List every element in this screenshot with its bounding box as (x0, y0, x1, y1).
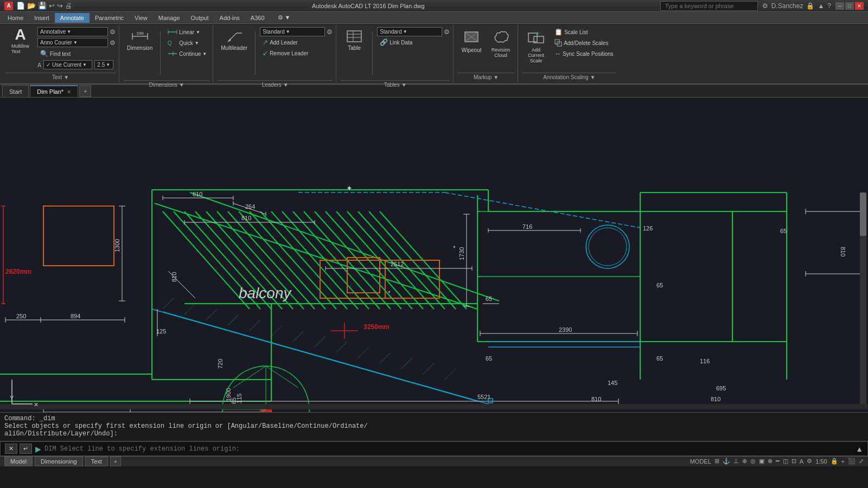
continue-label: Continue (179, 51, 201, 57)
open-icon[interactable]: 📂 (27, 2, 36, 10)
add-delete-scales-button[interactable]: Add/Delete Scales (552, 38, 616, 48)
dimensioning-tab[interactable]: Dimensioning (35, 457, 83, 466)
menu-parametric[interactable]: Parametric (90, 13, 129, 23)
menu-insert[interactable]: Insert (29, 13, 55, 23)
style-config-icon[interactable]: ⚙ (110, 28, 116, 36)
menu-manage[interactable]: Manage (153, 13, 186, 23)
plus-icon[interactable]: + (841, 458, 845, 465)
menu-home[interactable]: Home (2, 13, 29, 23)
multileader-label: Multileader (221, 45, 247, 51)
text-group-label[interactable]: Text ▼ (5, 73, 116, 81)
maximize-button[interactable]: □ (845, 2, 854, 10)
menu-a360[interactable]: A360 (245, 13, 270, 23)
command-expand-icon[interactable]: ▲ (856, 445, 863, 453)
transparency-icon[interactable]: ◫ (783, 458, 788, 465)
menu-options[interactable]: ⚙ ▼ (272, 12, 296, 23)
question-icon[interactable]: ? (827, 2, 831, 10)
redo-icon[interactable]: ↪ (57, 2, 63, 10)
table-button[interactable]: Table (341, 27, 368, 53)
multileader-button[interactable]: Multileader (218, 27, 251, 53)
tab-dim-plan[interactable]: Dim Plan* ✕ (30, 85, 78, 97)
style-dropdown[interactable]: Annotative ▼ (37, 27, 108, 36)
grid-icon[interactable]: ⊞ (714, 458, 719, 465)
tab-dim-plan-close[interactable]: ✕ (67, 89, 71, 95)
add-current-scale-button[interactable]: + AddCurrentScale (522, 27, 550, 65)
hardware-icon[interactable]: ⬛ (848, 458, 856, 465)
cmd-cancel-button[interactable]: ✕ (5, 444, 17, 454)
text-size-box[interactable]: 2.5 ▼ (94, 60, 113, 69)
add-leader-button[interactable]: ↗ Add Leader (260, 37, 333, 47)
3d-icon[interactable]: ▣ (759, 458, 764, 465)
lineweight-icon[interactable]: ━ (776, 458, 780, 465)
model-tab[interactable]: Model (4, 457, 33, 466)
font-config-icon[interactable]: ⚙ (110, 39, 116, 47)
link-data-button[interactable]: 🔗 Link Data (377, 37, 450, 47)
close-button[interactable]: ✕ (855, 2, 864, 10)
quick-button[interactable]: Q Quick ▼ (165, 38, 209, 48)
annotation-scaling-group-label[interactable]: Annotation Scaling ▼ (522, 73, 616, 81)
leader-style-dropdown[interactable]: Standard ▼ (260, 27, 325, 36)
font-dropdown[interactable]: Anno Courier ▼ (37, 38, 108, 47)
tab-add-button[interactable]: + (79, 85, 91, 97)
add-current-scale-label: AddCurrentScale (528, 47, 544, 63)
status-right-area: MODEL ⊞ ⚓ ⊥ ⊕ ◎ ▣ ⊕ ━ ◫ ⊡ A ⚙ 1:50 🔒 + ⬛… (690, 458, 864, 465)
app-icon: A (4, 2, 13, 10)
minimize-button[interactable]: ─ (835, 2, 844, 10)
menu-output[interactable]: Output (186, 13, 214, 23)
continue-button[interactable]: Continue ▼ (165, 49, 209, 59)
leaders-group-name: Leaders (262, 82, 282, 88)
text-size-arrow: ▼ (106, 62, 110, 67)
drawing-canvas[interactable]: 810 264 810 716 2512 1730 1300 810 250 8… (0, 98, 868, 412)
polar-icon[interactable]: ⊕ (742, 458, 747, 465)
tab-dim-plan-label: Dim Plan* (37, 88, 63, 95)
scale-list-button[interactable]: 📋 Scale List (552, 27, 616, 37)
svg-text:65: 65 (656, 282, 663, 288)
lock-icon[interactable]: 🔒 (831, 458, 838, 465)
text-tab[interactable]: Text (85, 457, 108, 466)
remove-leader-button[interactable]: ↙ Remove Leader (260, 48, 333, 58)
leaders-group-label[interactable]: Leaders ▼ (218, 80, 333, 89)
multiline-text-button[interactable]: A MultilineText (5, 27, 35, 54)
menu-addins[interactable]: Add-ins (214, 13, 245, 23)
dimensions-group-label[interactable]: Dimensions ▼ (124, 80, 209, 89)
menu-view[interactable]: View (129, 13, 153, 23)
revision-cloud-button[interactable]: RevisionCloud (487, 27, 514, 60)
search-input[interactable] (660, 1, 758, 11)
select-icon[interactable]: ⊡ (792, 458, 796, 465)
fullscreen-icon[interactable]: ⤢ (859, 458, 864, 465)
dwf-icon[interactable]: ⊕ (768, 458, 773, 465)
save-icon[interactable]: 💾 (38, 2, 47, 10)
find-text-button[interactable]: 🔍 Find text (37, 49, 73, 59)
sync-scale-button[interactable]: ↔ Sync Scale Positions (552, 49, 616, 59)
table-style-dropdown[interactable]: Standard ▼ (377, 27, 442, 36)
command-line3: aliGn/Distribute/Layer/Undo]: (4, 430, 864, 438)
undo-icon[interactable]: ↩ (49, 2, 55, 10)
svg-text:716: 716 (522, 223, 532, 230)
markup-group-label[interactable]: Markup ▼ (458, 73, 514, 81)
text-size-icon: A (37, 62, 41, 68)
help-icon[interactable]: ⚙ (762, 2, 768, 10)
osnap-icon[interactable]: ◎ (750, 458, 756, 465)
dimension-button[interactable]: DIM Dimension (124, 27, 156, 53)
add-tab-button[interactable]: + (110, 457, 121, 466)
cmd-enter-button[interactable]: ↵ (20, 444, 32, 454)
scale-label: 1:50 (815, 458, 827, 465)
wipeout-button[interactable]: Wipeout (458, 27, 485, 55)
workspace-icon[interactable]: ⚙ (807, 458, 812, 465)
command-text-input[interactable] (44, 445, 852, 453)
use-current-dropdown[interactable]: ✓ Use Current ▼ (43, 60, 92, 69)
new-icon[interactable]: 📄 (16, 2, 25, 10)
ribbon-content: A MultilineText Annotative ▼ ⚙ Anno Cour… (0, 24, 868, 84)
print-icon[interactable]: 🖨 (65, 2, 72, 10)
remove-leader-icon: ↙ (263, 49, 268, 57)
menu-annotate[interactable]: Annotate (55, 13, 90, 23)
tables-group-label[interactable]: Tables ▼ (341, 80, 450, 89)
tab-start[interactable]: Start (2, 85, 29, 97)
snap-icon[interactable]: ⚓ (723, 458, 730, 465)
ortho-icon[interactable]: ⊥ (733, 458, 739, 465)
leader-config-icon[interactable]: ⚙ (327, 28, 333, 36)
linear-button[interactable]: Linear ▼ (165, 27, 209, 37)
leader-style-value: Standard (263, 29, 285, 35)
table-config-icon[interactable]: ⚙ (444, 28, 450, 36)
annotate-icon[interactable]: A (800, 458, 803, 465)
